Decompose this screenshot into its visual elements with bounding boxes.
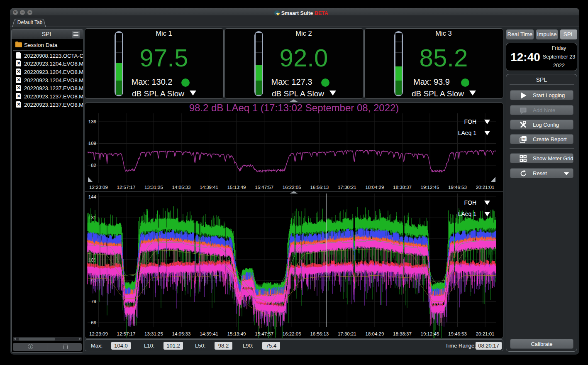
svg-text:14:39:41: 14:39:41 — [200, 185, 218, 190]
svg-text:15:47:57: 15:47:57 — [255, 185, 273, 190]
svg-text:16:22:05: 16:22:05 — [283, 185, 301, 190]
svg-text:FOH: FOH — [464, 199, 476, 206]
svg-text:16:22:05: 16:22:05 — [283, 331, 301, 336]
svg-text:14:39:41: 14:39:41 — [200, 331, 218, 336]
svg-text:17:30:21: 17:30:21 — [338, 185, 356, 190]
svg-text:19:12:45: 19:12:45 — [421, 185, 439, 190]
svg-text:PDF: PDF — [522, 137, 526, 140]
svg-text:13:31:25: 13:31:25 — [144, 331, 163, 336]
svg-text:12:57:17: 12:57:17 — [117, 185, 136, 190]
svg-text:15:13:49: 15:13:49 — [227, 185, 246, 190]
svg-text:144: 144 — [88, 194, 97, 199]
svg-text:18:38:37: 18:38:37 — [393, 185, 412, 190]
svg-text:15:13:49: 15:13:49 — [227, 331, 246, 336]
svg-text:18:38:37: 18:38:37 — [393, 331, 412, 336]
svg-text:14:05:33: 14:05:33 — [172, 331, 191, 336]
svg-text:12:23:09: 12:23:09 — [89, 185, 108, 190]
svg-text:LAeq 1: LAeq 1 — [458, 211, 477, 217]
svg-text:13:31:25: 13:31:25 — [144, 185, 163, 190]
svg-text:82: 82 — [91, 163, 96, 168]
svg-text:136: 136 — [88, 119, 96, 124]
svg-text:14:05:33: 14:05:33 — [172, 185, 191, 190]
svg-text:16:56:13: 16:56:13 — [310, 331, 329, 336]
svg-text:20:21:01: 20:21:01 — [476, 331, 495, 336]
svg-text:FOH: FOH — [464, 118, 476, 125]
svg-text:19:12:45: 19:12:45 — [421, 331, 439, 336]
svg-text:109: 109 — [88, 141, 96, 146]
svg-text:18:04:29: 18:04:29 — [366, 331, 384, 336]
svg-text:18:04:29: 18:04:29 — [366, 185, 384, 190]
svg-text:12:23:09: 12:23:09 — [89, 331, 108, 336]
svg-text:sj: sj — [276, 12, 278, 15]
svg-text:66: 66 — [91, 320, 96, 325]
svg-text:16:56:13: 16:56:13 — [310, 185, 329, 190]
svg-text:79: 79 — [91, 299, 96, 304]
svg-text:15:47:57: 15:47:57 — [255, 331, 273, 336]
svg-text:12:57:17: 12:57:17 — [117, 331, 136, 336]
svg-text:20:21:01: 20:21:01 — [476, 185, 495, 190]
svg-text:LAeq 1: LAeq 1 — [458, 130, 477, 136]
svg-text:17:30:21: 17:30:21 — [338, 331, 356, 336]
svg-text:19:46:53: 19:46:53 — [448, 331, 467, 336]
svg-text:19:46:53: 19:46:53 — [448, 185, 467, 190]
